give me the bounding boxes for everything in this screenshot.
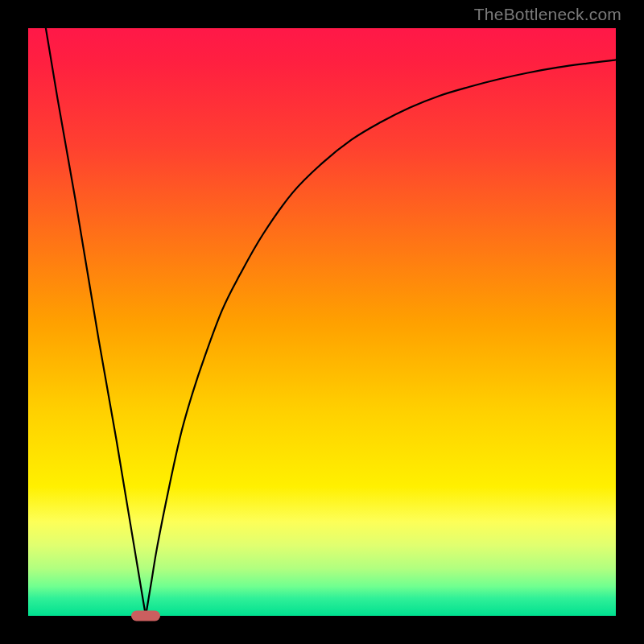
chart-frame: TheBottleneck.com [0, 0, 644, 644]
watermark-text: TheBottleneck.com [474, 5, 621, 24]
valley-marker [131, 611, 160, 621]
plot-area [28, 28, 616, 616]
curve-left-path [46, 28, 146, 616]
curve-svg [28, 28, 616, 616]
curve-right-path [146, 60, 616, 616]
